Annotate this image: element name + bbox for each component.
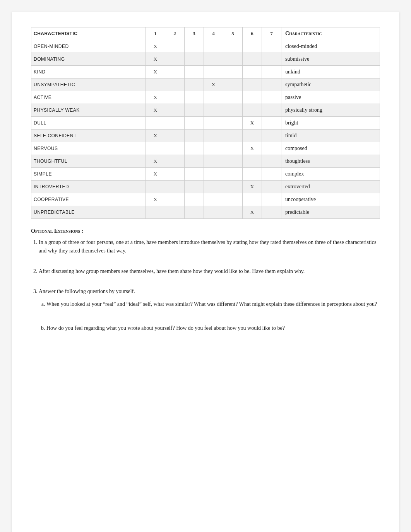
table-row: ThoughtfulXthoughtless — [31, 155, 380, 168]
col-4-cell — [204, 91, 223, 104]
col-1-cell — [146, 181, 165, 193]
col-5-cell — [223, 181, 242, 193]
col-5-cell — [223, 130, 242, 142]
sub-item-b: How do you feel regarding what you wrote… — [46, 324, 380, 332]
col-4-cell: X — [204, 78, 223, 91]
col-4-cell — [204, 117, 223, 130]
col-3-cell — [184, 66, 204, 78]
col-7-cell — [262, 155, 281, 168]
col-2-cell — [165, 130, 184, 142]
header-characteristic-left: Characteristic — [31, 27, 146, 40]
table-row: ActiveXpassive — [31, 91, 380, 104]
col-6-cell: X — [242, 206, 262, 219]
col-7-cell — [262, 168, 281, 181]
col-7-cell — [262, 104, 281, 117]
col-2-cell — [165, 117, 184, 130]
right-characteristic: uncooperative — [281, 193, 380, 206]
table-row: UnpredictableXpredictable — [31, 206, 380, 219]
x-mark: X — [154, 158, 157, 164]
col-4-cell — [204, 130, 223, 142]
col-2-cell — [165, 193, 184, 206]
col-5-cell — [223, 78, 242, 91]
right-characteristic: closed-minded — [281, 40, 380, 53]
col-6-cell: X — [242, 181, 262, 193]
extensions-list: In a group of three or four persons, one… — [31, 238, 380, 332]
col-3-cell — [184, 193, 204, 206]
col-4-cell — [204, 104, 223, 117]
col-3-cell — [184, 168, 204, 181]
left-characteristic: Unpredictable — [31, 206, 146, 219]
col-3-cell — [184, 104, 204, 117]
col-5-cell — [223, 168, 242, 181]
table-row: Physically WeakXphysically strong — [31, 104, 380, 117]
col-1-cell: X — [146, 40, 165, 53]
header-characteristic-right: Characteristic — [281, 27, 380, 40]
col-7-cell — [262, 91, 281, 104]
col-1-cell: X — [146, 53, 165, 66]
col-2-cell — [165, 181, 184, 193]
col-2-cell — [165, 142, 184, 155]
col-5-cell — [223, 155, 242, 168]
table-row: DominatingXsubmissive — [31, 53, 380, 66]
left-characteristic: Self-Confident — [31, 130, 146, 142]
page: Characteristic 1 2 3 4 5 6 7 Characteris… — [12, 12, 399, 532]
col-7-cell — [262, 117, 281, 130]
col-2-cell — [165, 66, 184, 78]
x-mark: X — [250, 120, 254, 126]
left-characteristic: Thoughtful — [31, 155, 146, 168]
col-1-cell — [146, 206, 165, 219]
x-mark: X — [154, 56, 157, 62]
header-col-5: 5 — [223, 27, 242, 40]
col-7-cell — [262, 193, 281, 206]
left-characteristic: Active — [31, 91, 146, 104]
col-7-cell — [262, 66, 281, 78]
header-col-4: 4 — [204, 27, 223, 40]
col-1-cell: X — [146, 155, 165, 168]
col-2-cell — [165, 104, 184, 117]
right-characteristic: sympathetic — [281, 78, 380, 91]
table-row: IntrovertedXextroverted — [31, 181, 380, 193]
left-characteristic: Dominating — [31, 53, 146, 66]
col-6-cell — [242, 53, 262, 66]
col-2-cell — [165, 53, 184, 66]
left-characteristic: Cooperative — [31, 193, 146, 206]
col-5-cell — [223, 53, 242, 66]
col-4-cell — [204, 142, 223, 155]
sub-item-a: When you looked at your “real” and “idea… — [46, 300, 380, 309]
header-col-7: 7 — [262, 27, 281, 40]
col-6-cell — [242, 66, 262, 78]
col-4-cell — [204, 193, 223, 206]
col-6-cell — [242, 168, 262, 181]
col-4-cell — [204, 206, 223, 219]
right-characteristic: bright — [281, 117, 380, 130]
col-7-cell — [262, 40, 281, 53]
col-7-cell — [262, 206, 281, 219]
x-mark: X — [154, 69, 157, 75]
left-characteristic: Unsympathetic — [31, 78, 146, 91]
col-6-cell — [242, 193, 262, 206]
left-characteristic: Introverted — [31, 181, 146, 193]
right-characteristic: physically strong — [281, 104, 380, 117]
optional-title: Optional Extensions : — [31, 228, 380, 234]
col-1-cell: X — [146, 193, 165, 206]
extension-text-1: In a group of three or four persons, one… — [39, 239, 376, 254]
extension-text-2: After discussing how group members see t… — [39, 268, 305, 274]
right-characteristic: extroverted — [281, 181, 380, 193]
table-row: KindXunkind — [31, 66, 380, 78]
table-row: NervousXcomposed — [31, 142, 380, 155]
col-5-cell — [223, 206, 242, 219]
col-7-cell — [262, 130, 281, 142]
col-6-cell — [242, 155, 262, 168]
col-4-cell — [204, 168, 223, 181]
x-mark: X — [212, 82, 215, 87]
col-2-cell — [165, 91, 184, 104]
table-row: Open-MindedXclosed-minded — [31, 40, 380, 53]
x-mark: X — [154, 196, 157, 202]
col-3-cell — [184, 142, 204, 155]
col-6-cell: X — [242, 142, 262, 155]
col-4-cell — [204, 155, 223, 168]
left-characteristic: Physically Weak — [31, 104, 146, 117]
col-1-cell: X — [146, 168, 165, 181]
x-mark: X — [154, 94, 157, 100]
col-5-cell — [223, 193, 242, 206]
